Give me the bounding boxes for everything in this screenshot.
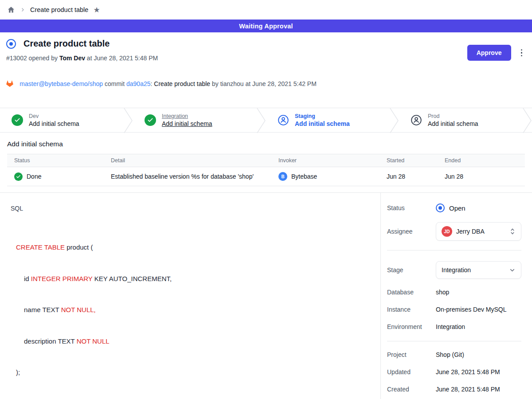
- sql-line: );: [16, 367, 374, 378]
- stage-select[interactable]: Integration: [436, 261, 521, 279]
- banner-text: Waiting Approval: [239, 23, 293, 30]
- main-content: SQL CREATE TABLE product ( id INTEGER PR…: [0, 193, 380, 399]
- stage-done-check-icon: [12, 114, 23, 126]
- done-check-icon: [14, 172, 23, 181]
- instance-value: On-premises Dev MySQL: [436, 306, 506, 313]
- project-value: Shop (Git): [436, 351, 464, 358]
- task-section: Add initial schema Status Detail Invoker…: [0, 133, 532, 186]
- task-started-cell: Jun 28: [379, 173, 438, 180]
- table-row[interactable]: Done Established baseline version %s for…: [7, 167, 525, 186]
- issue-meta-suffix: at June 28, 2021 5:48 PM: [85, 55, 158, 62]
- issue-author: Tom Dev: [59, 55, 85, 62]
- sql-code-block: CREATE TABLE product ( id INTEGER PRIMAR…: [16, 221, 374, 399]
- column-detail: Detail: [104, 157, 271, 164]
- created-label: Created: [387, 386, 436, 393]
- stage-env-name: Staging: [295, 113, 350, 119]
- sql-line: CREATE TABLE product (: [16, 242, 374, 253]
- updated-value: June 28, 2021 5:48 PM: [436, 368, 500, 376]
- sql-label: SQL: [11, 205, 374, 212]
- stage-task-name: Add initial schema: [29, 120, 79, 127]
- status-value: Open: [449, 204, 466, 212]
- stage-dev[interactable]: Dev Add initial schema: [0, 108, 123, 132]
- instance-label: Instance: [387, 306, 436, 313]
- stage-staging[interactable]: Staging Add initial schema: [266, 108, 389, 132]
- updated-label: Updated: [387, 368, 436, 376]
- pipeline-stage-bar: Dev Add initial schema Integration Add i…: [0, 108, 532, 133]
- status-open-icon: [436, 203, 445, 212]
- stage-separator-chevron: [522, 108, 532, 133]
- favorite-star-icon[interactable]: ★: [93, 6, 100, 14]
- stage-done-check-icon: [145, 114, 156, 126]
- environment-label: Environment: [387, 323, 436, 330]
- bytebase-avatar: B: [278, 172, 287, 181]
- waiting-approval-banner: Waiting Approval: [0, 20, 532, 32]
- assignee-label: Assignee: [387, 228, 436, 235]
- sidebar-divider: [387, 250, 521, 250]
- task-table-header: Status Detail Invoker Started Ended: [7, 154, 525, 167]
- project-label: Project: [387, 351, 436, 358]
- more-actions-kebab-icon[interactable]: [518, 47, 525, 59]
- issue-title: Create product table: [23, 39, 110, 49]
- stage-separator-chevron: [389, 108, 399, 133]
- approve-button[interactable]: Approve: [467, 45, 511, 61]
- chevron-down-icon: [509, 267, 516, 274]
- stage-separator-chevron: [256, 108, 266, 133]
- stage-pending-person-icon: [278, 114, 289, 126]
- gitlab-icon: [6, 66, 16, 101]
- vcs-text: master@bytebase-demo/shop commit da90a25…: [20, 80, 317, 87]
- database-label: Database: [387, 289, 436, 296]
- assignee-value: Jerry DBA: [456, 228, 485, 235]
- vcs-commit-line: master@bytebase-demo/shop commit da90a25…: [6, 66, 525, 101]
- database-value: shop: [436, 289, 449, 296]
- assignee-avatar: JD: [442, 226, 452, 237]
- column-started: Started: [379, 157, 438, 164]
- task-ended-cell: Jun 28: [438, 173, 525, 180]
- breadcrumb: Create product table ★: [0, 0, 532, 20]
- vcs-tail: by tianzhou at June 28, 2021 5:42 PM: [210, 80, 317, 87]
- updown-chevron-icon: [509, 228, 516, 235]
- vcs-branch-link[interactable]: master@bytebase-demo/shop: [20, 80, 103, 87]
- sql-line: id INTEGER PRIMARY KEY AUTO_INCREMENT,: [16, 274, 374, 284]
- issue-sidebar: Status Open Assignee JD Jerry DBA Stage …: [380, 193, 532, 399]
- sql-line: name TEXT NOT NULL,: [16, 305, 374, 315]
- status-label: Status: [387, 204, 436, 211]
- vcs-commit-message: Create product table: [154, 80, 210, 87]
- home-icon[interactable]: [7, 6, 15, 14]
- stage-env-name: Prod: [428, 113, 478, 119]
- stage-prod[interactable]: Prod Add initial schema: [399, 108, 522, 132]
- stage-env-name: Integration: [162, 113, 212, 119]
- task-heading: Add initial schema: [7, 140, 525, 148]
- issue-meta-prefix: #13002 opened by: [6, 55, 59, 62]
- sidebar-divider: [387, 341, 521, 341]
- column-ended: Ended: [438, 157, 525, 164]
- environment-value: Integration: [436, 323, 465, 330]
- stage-separator-chevron: [123, 108, 133, 133]
- stage-task-name: Add initial schema: [428, 120, 478, 127]
- task-table: Status Detail Invoker Started Ended Done…: [7, 154, 525, 186]
- task-invoker-cell: B Bytebase: [271, 172, 379, 181]
- column-invoker: Invoker: [271, 157, 379, 164]
- issue-header: Create product table Approve #13002 open…: [0, 32, 532, 108]
- breadcrumb-page-title[interactable]: Create product table: [30, 6, 88, 13]
- issue-open-status-icon: [6, 39, 16, 49]
- stage-env-name: Dev: [29, 113, 79, 119]
- task-status-cell: Done: [7, 172, 104, 181]
- sql-line: description TEXT NOT NULL: [16, 336, 374, 347]
- created-value: June 28, 2021 5:48 PM: [436, 386, 500, 393]
- task-detail-cell: Established baseline version %s for data…: [104, 173, 271, 180]
- vcs-commit-word: commit: [103, 80, 126, 87]
- task-invoker-name: Bytebase: [291, 173, 317, 180]
- stage-pending-person-icon: [411, 114, 422, 126]
- vcs-commit-hash-link[interactable]: da90a25: [126, 80, 151, 87]
- stage-task-name: Add initial schema: [162, 120, 212, 127]
- stage-task-name: Add initial schema: [295, 120, 350, 127]
- breadcrumb-separator-icon: [20, 7, 25, 12]
- task-status-text: Done: [27, 173, 41, 180]
- issue-meta: #13002 opened by Tom Dev at June 28, 202…: [6, 55, 525, 62]
- stage-label: Stage: [387, 266, 436, 274]
- stage-value: Integration: [442, 266, 471, 274]
- assignee-select[interactable]: JD Jerry DBA: [436, 222, 521, 241]
- column-status: Status: [7, 157, 104, 164]
- stage-integration[interactable]: Integration Add initial schema: [133, 108, 256, 132]
